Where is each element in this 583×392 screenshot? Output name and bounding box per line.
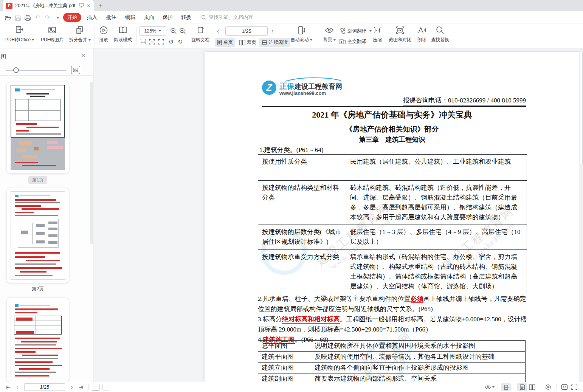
document-canvas: 建设工程教育网www.jianshe99.com 建设工程教育网www.jian… bbox=[94, 48, 583, 382]
read-aloud-button[interactable]: 朗读 bbox=[414, 26, 429, 43]
full-translate-icon bbox=[340, 39, 346, 45]
document-letterhead: Z 正保建设工程教育网 www.jianshe99.com 报课咨询电话：010… bbox=[262, 78, 526, 107]
document-tab[interactable]: P 2021年《房地...冲关宝典.pdf ✕ bbox=[3, 0, 94, 11]
page-label-1: 第1页 bbox=[7, 176, 69, 184]
thumbnail-table bbox=[14, 316, 62, 335]
continuous-read-icon[interactable] bbox=[501, 383, 511, 391]
paragraph-3: 3.标高分绝对标高和相对标高。工程图纸一般都用相对标高。若某建筑物±0.000=… bbox=[258, 314, 528, 335]
main-scrollbar-track[interactable] bbox=[579, 48, 583, 382]
zoom-level-select[interactable]: 125% bbox=[139, 26, 166, 36]
full-translate-button[interactable]: 全文翻译 bbox=[340, 37, 366, 46]
page-thumbnail-1[interactable] bbox=[7, 82, 69, 173]
table-row: 总平面图 说明建筑物所在具体位置和其周围环境关系的水平投影图 bbox=[258, 341, 526, 352]
main-scrollbar-thumb[interactable] bbox=[580, 51, 583, 165]
next-page-icon[interactable]: › bbox=[271, 26, 273, 36]
history-back-button[interactable]: ← bbox=[92, 384, 99, 390]
previous-page-icon[interactable]: ‹ bbox=[217, 26, 219, 36]
statusbar-separator bbox=[514, 384, 514, 390]
table-row: 建筑平面图 反映建筑的使用空间、装修等情况，其他各工种图纸设计的基础 bbox=[258, 352, 526, 363]
word-translate-button[interactable]: 划词翻译 bbox=[340, 27, 372, 35]
pdf-to-image-button[interactable]: PDF转图片 bbox=[38, 26, 67, 43]
tab-close-icon[interactable]: ✕ bbox=[87, 3, 91, 8]
previous-page-icon[interactable]: ‹ bbox=[13, 384, 22, 390]
auto-scroll-button[interactable]: 自动滚动 bbox=[290, 26, 313, 43]
rotate-right-icon[interactable]: ↻ bbox=[178, 39, 183, 45]
redo-icon[interactable]: ↷ bbox=[42, 14, 52, 21]
thumbnail-view-icon[interactable] bbox=[71, 66, 80, 74]
table-cell-value: 民用建筑（居住建筑、公共建筑）、工业建筑和农业建筑 bbox=[346, 155, 527, 181]
rotate-document-button[interactable]: 旋转文档 bbox=[188, 26, 212, 43]
table-row: 按建筑物的层数分类(《城市居住区规划设计标准》) 低层住宅（1～3 层）、多层住… bbox=[258, 225, 527, 250]
menu-row: ↶ ↷ 开始 插入 批注 编辑 页面 保护 转换 查找功能、文档内容 bbox=[0, 11, 583, 23]
page-thumbnail-2[interactable] bbox=[7, 188, 69, 283]
thumbnail-diagram bbox=[18, 219, 59, 248]
single-page-toggle[interactable]: 单页 bbox=[215, 38, 235, 47]
continuous-read-toggle[interactable]: 连续阅读 bbox=[259, 38, 290, 47]
pdf-to-office-button[interactable]: PDF转Office bbox=[3, 26, 36, 43]
toolbar-options-icon[interactable] bbox=[52, 14, 62, 21]
find-replace-button[interactable]: 查找替换 bbox=[429, 26, 451, 43]
undo-icon[interactable]: ↶ bbox=[33, 14, 42, 21]
search-input[interactable]: 查找功能、文档内容 bbox=[201, 11, 253, 23]
classification-table: 按使用性质分类 民用建筑（居住建筑、公共建筑）、工业建筑和农业建筑 按建筑物的结… bbox=[258, 154, 527, 294]
status-page-indicator-input[interactable] bbox=[24, 383, 65, 391]
continuous-read-icon bbox=[262, 40, 267, 45]
brand-website: www.jianshe99.com bbox=[279, 90, 326, 96]
menu-item-page[interactable]: 页面 bbox=[144, 11, 154, 23]
document-page[interactable]: 建设工程教育网www.jianshe99.com 建设工程教育网www.jian… bbox=[205, 52, 580, 382]
read-mode-button[interactable]: 阅读模式 bbox=[112, 26, 134, 43]
page-indicator-input[interactable] bbox=[225, 26, 268, 36]
fit-page-icon[interactable] bbox=[569, 383, 579, 391]
menu-item-protect[interactable]: 保护 bbox=[163, 11, 173, 23]
thumbnail-table bbox=[15, 99, 60, 121]
table-cell-value: 反映建筑的使用空间、装修等情况，其他各工种图纸设计的基础 bbox=[311, 352, 526, 363]
menu-item-convert[interactable]: 转换 bbox=[181, 11, 191, 23]
menu-item-edit[interactable]: 编辑 bbox=[125, 11, 135, 23]
last-page-icon[interactable]: ⇥ bbox=[76, 384, 85, 390]
compress-button[interactable]: 压缩 bbox=[370, 26, 385, 43]
table-row: 建筑剖面图 简要表示建筑物的内部结构形式、空间关系 bbox=[258, 373, 526, 382]
status-bar: ⇤ ‹ › ⇥ ← → 1:1 bbox=[0, 382, 583, 392]
actual-size-icon[interactable]: 1:1 bbox=[140, 39, 146, 44]
thumbnail-page-visible-region bbox=[11, 85, 65, 138]
caret-down-icon bbox=[88, 39, 91, 41]
table-cell-label: 按建筑物承重受力方式分类 bbox=[258, 250, 346, 294]
menu-item-annotate[interactable]: 批注 bbox=[106, 11, 116, 23]
caret-down-icon bbox=[310, 39, 312, 41]
monitor-icon[interactable] bbox=[79, 3, 84, 8]
zoom-out-icon[interactable] bbox=[170, 27, 177, 36]
play-icon[interactable] bbox=[543, 383, 553, 391]
zoom-in-icon[interactable] bbox=[179, 27, 186, 36]
table-cell-value: 低层住宅（1～3 层）、多层住宅（4～9 层）、高层住宅（10层及以上） bbox=[346, 225, 527, 250]
fit-width-icon[interactable] bbox=[158, 39, 164, 46]
single-page-icon[interactable] bbox=[517, 383, 527, 391]
menu-item-start[interactable]: 开始 bbox=[63, 13, 81, 22]
first-page-icon[interactable]: ⇤ bbox=[4, 384, 13, 390]
thumbnail-size-slider-knob[interactable] bbox=[13, 67, 19, 73]
table-cell-value: 建筑物的各个侧面向竖直平面作正投影所形成的投影图 bbox=[311, 363, 526, 373]
table-cell-label: 按使用性质分类 bbox=[258, 155, 346, 181]
next-page-icon[interactable]: › bbox=[67, 384, 76, 390]
caret-down-icon bbox=[32, 39, 34, 41]
double-page-icon[interactable] bbox=[527, 383, 537, 391]
print-icon[interactable] bbox=[23, 14, 33, 21]
sidebar-scrollbar[interactable] bbox=[90, 82, 93, 244]
panel-close-icon[interactable]: ✕ bbox=[81, 52, 86, 59]
fit-page-icon[interactable] bbox=[149, 39, 155, 46]
quick-access-toolbar: ↶ ↷ bbox=[3, 11, 62, 23]
new-tab-button[interactable]: ＋ bbox=[98, 1, 104, 10]
history-forward-button[interactable]: → bbox=[102, 384, 110, 390]
split-merge-button[interactable]: 拆分合并 bbox=[67, 26, 92, 43]
background-icon[interactable] bbox=[485, 383, 495, 391]
actual-size-icon[interactable]: 1:1 bbox=[560, 383, 569, 391]
screenshot-compare-button[interactable]: 截图和对比 bbox=[386, 26, 414, 43]
background-button[interactable]: 背景 bbox=[320, 26, 339, 43]
table-cell-label: 建筑立面图 bbox=[258, 363, 311, 373]
search-icon bbox=[201, 15, 206, 20]
rotate-left-icon[interactable]: ↺ bbox=[169, 39, 174, 45]
page-thumbnail-3[interactable] bbox=[7, 298, 69, 382]
open-file-icon[interactable] bbox=[3, 14, 13, 20]
save-icon[interactable] bbox=[13, 14, 23, 20]
play-button[interactable]: 播放 bbox=[96, 26, 111, 43]
menu-item-insert[interactable]: 插入 bbox=[87, 11, 97, 23]
